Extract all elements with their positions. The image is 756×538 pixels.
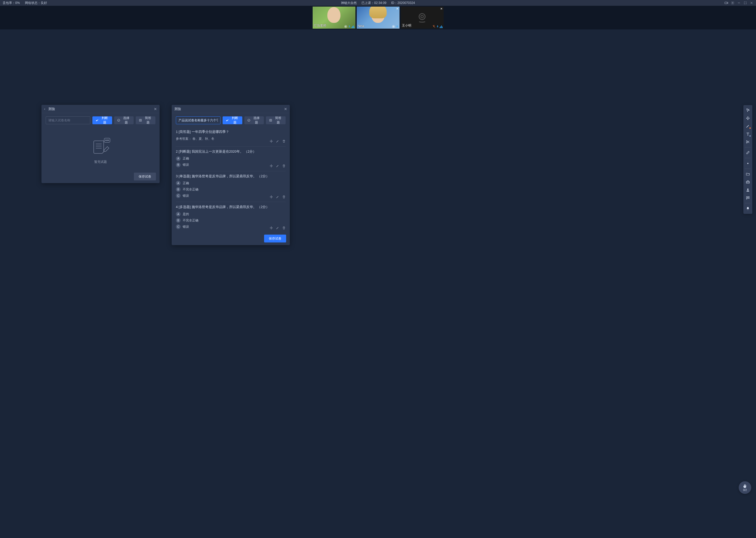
move-question-icon[interactable]: [269, 226, 273, 230]
question-item: 2 [判断题] 我国宪法上一次更新是在2020年。 （2分）A正确B错误: [176, 146, 286, 171]
delete-question-icon[interactable]: [282, 226, 286, 230]
pen-tool-icon[interactable]: [744, 123, 752, 130]
save-quiz-button[interactable]: 保存试卷: [264, 235, 286, 242]
participant-tile[interactable]: 叮当老师: [313, 7, 355, 28]
question-item: 3 [单选题] 施华洛世奇是反华品牌，所以梁鼎琪反华。 （2分）A正确B不完全正…: [176, 171, 286, 202]
camera-toggle-icon[interactable]: [725, 1, 728, 5]
folder-tool-icon[interactable]: [744, 171, 752, 178]
delete-question-icon[interactable]: [282, 195, 286, 198]
quiz-name-input[interactable]: [46, 116, 90, 124]
panel-title: 测验: [48, 107, 55, 111]
option-letter: C: [176, 193, 181, 198]
person-tool-icon[interactable]: [744, 186, 752, 193]
participant-tile[interactable]: ✕ 王小明: [401, 7, 444, 28]
chat-tool-icon[interactable]: [744, 194, 752, 201]
svg-point-23: [108, 140, 109, 140]
option-letter: B: [176, 187, 181, 192]
packet-loss: 丢包率：0%: [3, 1, 20, 5]
option-letter: B: [176, 218, 181, 223]
option-text: 正确: [183, 181, 189, 186]
participant-name: Nina: [358, 24, 364, 28]
option-text: 错误: [183, 225, 189, 229]
option-letter: A: [176, 212, 181, 216]
hand-icon: [743, 484, 747, 488]
mic-icon: [436, 25, 439, 28]
svg-point-31: [747, 163, 749, 164]
move-question-icon[interactable]: [269, 195, 273, 198]
volume-bars-icon: [352, 25, 354, 28]
camera-off-icon: [416, 12, 428, 24]
top-status-bar: 丢包率：0% 网络状态：良好 神秘大自然 已上课：02:34:09 ID：202…: [0, 0, 756, 6]
option-text: 不完全正确: [183, 187, 199, 192]
svg-rect-0: [725, 2, 727, 4]
option-letter: B: [176, 163, 181, 167]
option-text: 错误: [183, 163, 189, 167]
delete-question-icon[interactable]: [282, 139, 286, 143]
edit-question-icon[interactable]: [276, 195, 279, 198]
remove-participant-icon[interactable]: ✕: [440, 7, 443, 11]
question-type-tf-button[interactable]: 判断题: [92, 116, 112, 124]
question-type-choice-button[interactable]: 选择题: [244, 116, 264, 124]
back-icon[interactable]: ‹: [44, 107, 48, 111]
svg-point-21: [106, 140, 106, 140]
quiz-name-input[interactable]: [176, 116, 220, 124]
mic-muted-icon: [432, 25, 436, 28]
option-text: 正确: [183, 156, 189, 161]
svg-point-22: [107, 140, 108, 140]
mic-icon: [348, 25, 351, 28]
question-option[interactable]: A是的: [176, 212, 286, 216]
raise-hand-count: 0/2: [743, 489, 747, 492]
camera-indicator-icon: [392, 25, 395, 28]
toolbox-tool-icon[interactable]: [744, 178, 752, 186]
svg-point-10: [421, 15, 423, 18]
eraser-tool-icon[interactable]: [744, 149, 752, 156]
close-window-icon[interactable]: [750, 1, 753, 5]
question-type-tf-button[interactable]: 判断题: [223, 116, 242, 124]
svg-point-33: [747, 188, 748, 190]
option-letter: C: [176, 224, 181, 229]
quiz-panel-empty: ‹ 测验 ✕ 判断题 选择题 简答题 暂无试题: [41, 105, 160, 183]
bell-tool-icon[interactable]: [744, 205, 752, 212]
svg-point-9: [419, 14, 425, 20]
move-tool-icon[interactable]: [744, 115, 752, 122]
move-question-icon[interactable]: [269, 164, 273, 168]
scissors-tool-icon[interactable]: [744, 138, 752, 145]
participant-name: 王小明: [402, 24, 411, 28]
save-quiz-button[interactable]: 保存试卷: [134, 173, 156, 181]
text-tool-icon[interactable]: [744, 130, 752, 138]
camera-indicator-icon: [344, 25, 347, 28]
question-option[interactable]: A正确: [176, 181, 286, 186]
question-type-short-button[interactable]: 简答题: [136, 116, 155, 124]
svg-point-13: [118, 119, 120, 122]
laser-tool-icon[interactable]: [744, 160, 752, 167]
participant-name: 叮当老师: [314, 24, 326, 28]
raise-hand-button[interactable]: 0/2: [739, 481, 751, 494]
close-panel-icon[interactable]: ✕: [284, 107, 287, 111]
option-text: 错误: [183, 193, 189, 198]
settings-icon[interactable]: [731, 1, 734, 5]
remove-participant-icon[interactable]: ✕: [396, 7, 399, 11]
close-panel-icon[interactable]: ✕: [154, 107, 157, 111]
edit-question-icon[interactable]: [276, 164, 279, 168]
minimize-icon[interactable]: [737, 1, 741, 5]
question-type-choice-button[interactable]: 选择题: [114, 116, 134, 124]
move-question-icon[interactable]: [269, 139, 273, 143]
question-type-short-button[interactable]: 简答题: [266, 116, 286, 124]
delete-question-icon[interactable]: [282, 164, 286, 168]
edit-question-icon[interactable]: [276, 139, 279, 143]
participant-tile[interactable]: ✕ Nina: [357, 7, 400, 28]
network-status: 网络状态：良好: [25, 1, 47, 5]
whiteboard-toolbar: [743, 105, 752, 214]
svg-point-6: [345, 26, 346, 27]
course-name: 神秘大自然: [341, 1, 357, 5]
question-option[interactable]: B不完全正确: [176, 187, 286, 192]
question-title: 1 [简答题] 一年四季分别是哪四季？: [176, 130, 286, 134]
question-title: 2 [判断题] 我国宪法上一次更新是在2020年。 （2分）: [176, 149, 286, 154]
cursor-tool-icon[interactable]: [744, 107, 752, 114]
edit-question-icon[interactable]: [276, 226, 279, 230]
fullscreen-icon[interactable]: [743, 1, 747, 5]
question-title: 3 [单选题] 施华洛世奇是反华品牌，所以梁鼎琪反华。 （2分）: [176, 174, 286, 179]
question-option[interactable]: A正确: [176, 156, 286, 161]
question-option[interactable]: B不完全正确: [176, 218, 286, 223]
empty-state-text: 暂无试题: [94, 160, 107, 164]
